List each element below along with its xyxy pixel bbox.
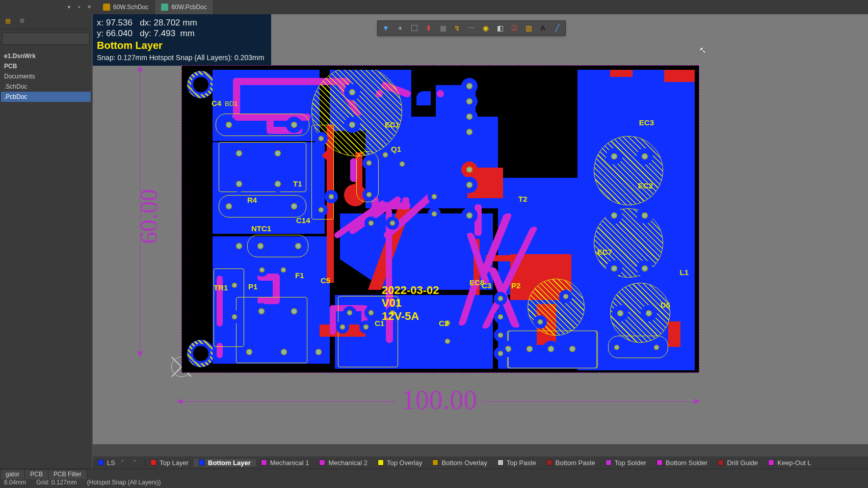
tab-schdoc[interactable]: 60W.SchDoc [97,0,155,14]
check-icon[interactable]: ☑ [507,22,521,34]
route-icon[interactable]: ↯ [450,22,464,34]
tree-item[interactable]: .SchDoc [1,82,91,92]
designator: NTC1 [251,225,271,232]
layer-swatch [497,459,504,466]
gear-icon[interactable]: ⚙ [19,17,28,25]
layer-swatch [718,459,724,466]
highlight-icon[interactable]: ◉ [479,22,493,34]
status-grid: Grid: 0.127mm [36,479,76,488]
layer-tab[interactable]: Top Solder [600,459,651,467]
panel-tab[interactable]: PCB [24,469,48,479]
color-icon[interactable]: ◧ [493,22,507,34]
layer-tab[interactable]: Mechanical 1 [256,459,314,467]
designator: C4 [212,99,221,107]
panel-tab[interactable]: gator [0,469,25,479]
layer-tab[interactable]: Top Overlay [373,459,427,467]
layer-swatch [150,459,156,466]
align-icon[interactable]: ⬍ [422,22,436,34]
designator: EC1 [385,121,400,128]
designator: C5 [321,277,330,284]
designator: C2 [439,319,449,327]
layer-tab[interactable]: Keep-Out L [763,459,817,467]
close-icon[interactable]: ✕ [86,4,93,11]
layer-swatch [546,459,553,466]
tab-label: 60W.SchDoc [113,4,148,11]
dimension-horizontal: 100.00 [179,386,699,417]
pin-icon[interactable]: ▪ [75,4,83,11]
layer-tab[interactable]: Mechanical 2 [314,459,373,467]
layer-swatch [319,459,325,466]
mounting-hole [187,340,215,367]
layer-tab[interactable]: Top Paste [492,459,541,467]
layer-label: Bottom Solder [666,459,707,467]
tree-item[interactable]: PCB [1,61,91,71]
heads-up-display: x: 97.536 dx: 28.702 mm y: 66.040 dy: 7.… [93,14,271,66]
layer-tabs-bar: LS ˄ ˅ Top LayerBottom LayerMechanical 1… [93,456,868,469]
dropdown-icon[interactable]: ▾ [65,4,72,11]
layer-label: Bottom Overlay [441,459,487,467]
plus-icon[interactable]: + [393,22,407,34]
tab-pcbdoc[interactable]: 60W.PcbDoc [155,0,213,14]
search-input[interactable] [2,33,90,45]
designator: EC7 [597,248,612,256]
layer-label: Mechanical 1 [270,459,309,467]
dimension-vertical: 60.00 [126,65,144,368]
layer-tab[interactable]: Bottom Layer [194,459,256,467]
designator: EC8 [469,279,484,286]
layer-swatch [378,459,384,466]
designator: C14 [296,216,310,224]
layer-label: Keep-Out L [777,459,811,467]
layer-tab[interactable]: Bottom Solder [651,459,713,467]
grid-icon[interactable]: ▦ [436,22,450,34]
chart-icon[interactable]: ▥ [521,22,536,34]
measure-icon[interactable]: 〰 [464,22,479,34]
layer-swatch [768,459,774,466]
board-view: 60.00 [144,65,699,373]
board-text: 2022-03-02 V01 12V-5A [382,284,439,322]
schematic-icon [103,4,110,11]
layer-swatch [261,459,267,466]
project-panel: ▦ ⚙ e1.DsnWrkPCBDocuments.SchDoc.PcbDoc [0,14,92,469]
designator: T1 [293,180,302,187]
tree-item[interactable]: .PcbDoc [1,92,91,102]
designator: D6 [661,301,670,309]
pcb-board[interactable]: C4 BD1 EC1 Q1 T1 NTC1 TR1 P1 F1 R4 C5 C1… [181,65,699,373]
tab-label: 60W.PcbDoc [171,4,206,11]
layer-swatch [432,459,438,466]
layer-label: Top Paste [507,459,536,467]
chevron-down-icon[interactable]: ˅ [130,459,140,467]
panel-tab[interactable]: PCB Filter [48,469,87,479]
status-snap: (Hotspot Snap (All Layers)) [87,479,161,488]
layer-swatch [606,459,612,466]
layer-swatch [199,459,205,466]
folder-icon[interactable]: ▦ [5,17,13,25]
designator: P2 [511,282,520,289]
layer-tab[interactable]: Top Layer [145,459,194,467]
select-icon[interactable] [407,22,422,34]
pcb-editor-canvas[interactable]: x: 97.536 dx: 28.702 mm y: 66.040 dy: 7.… [93,14,868,444]
designator: P1 [248,283,257,290]
line-icon[interactable]: ╱ [550,22,564,34]
active-bar: ▼ + ⬍ ▦ ↯ 〰 ◉ ◧ ☑ ▥ A ╱ [377,20,566,36]
tree-item[interactable]: Documents [1,71,91,82]
designator: EC3 [639,119,654,126]
layer-tab[interactable]: Bottom Overlay [427,459,492,467]
filter-icon[interactable]: ▼ [379,22,393,34]
layer-label: Top Layer [160,459,189,467]
layer-tab[interactable]: Drill Guide [713,459,763,467]
layer-label: Bottom Paste [556,459,595,467]
chevron-up-icon[interactable]: ˄ [118,459,127,467]
layer-set-label: LS [107,459,115,467]
pcb-icon [161,4,168,11]
layer-label: Mechanical 2 [328,459,367,467]
layer-tab[interactable]: Bottom Paste [541,459,600,467]
layer-label: Drill Guide [727,459,758,467]
status-coord: 6.04mm [4,479,26,488]
mounting-hole [187,71,215,98]
designator: EC2 [638,182,653,189]
tree-item[interactable]: e1.DsnWrk [1,51,91,61]
text-icon[interactable]: A [536,22,550,34]
layer-swatch [656,459,663,466]
designator: R4 [247,196,257,204]
layer-label: Top Solder [615,459,646,467]
